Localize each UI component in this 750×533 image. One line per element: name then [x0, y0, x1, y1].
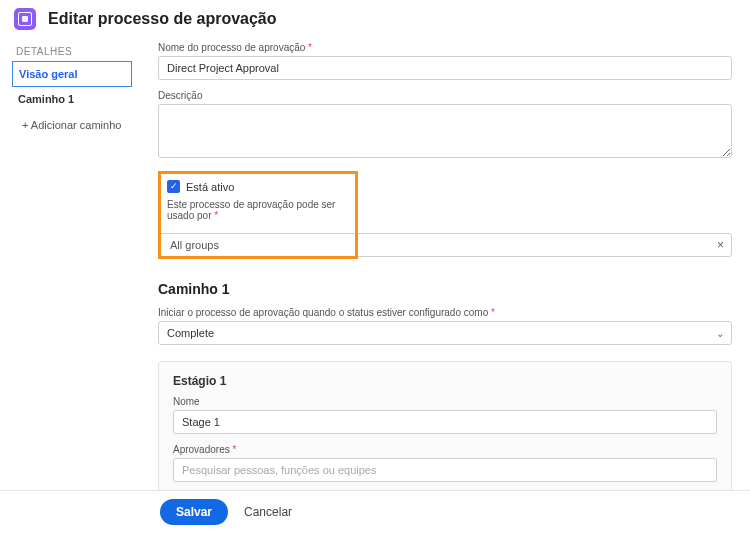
- highlight-active-section: ✓ Está ativo Este processo de aprovação …: [158, 171, 358, 259]
- field-description: Descrição: [158, 90, 732, 161]
- app-icon: [14, 8, 36, 30]
- main-content: Nome do processo de aprovação * Descriçã…: [132, 40, 738, 533]
- input-approver-search[interactable]: [173, 458, 717, 482]
- save-button[interactable]: Salvar: [160, 499, 228, 525]
- required-asterisk: *: [232, 444, 236, 455]
- select-start-status[interactable]: [158, 321, 732, 345]
- checkbox-active-row[interactable]: ✓ Está ativo: [167, 180, 349, 193]
- sidebar-item-path-1[interactable]: Caminho 1: [12, 87, 132, 111]
- label-used-by: Este processo de aprovação pode ser usad…: [167, 199, 349, 221]
- sidebar-item-overview[interactable]: Visão geral: [12, 61, 132, 87]
- label-text: Iniciar o processo de aprovação quando o…: [158, 307, 488, 318]
- required-asterisk: *: [308, 42, 312, 53]
- field-process-name: Nome do processo de aprovação *: [158, 42, 732, 80]
- field-start-status: Iniciar o processo de aprovação quando o…: [158, 307, 732, 345]
- checkbox-active-label: Está ativo: [186, 181, 234, 193]
- clear-groups-icon[interactable]: ×: [717, 238, 724, 252]
- sidebar-heading: DETALHES: [12, 40, 132, 61]
- label-start-status: Iniciar o processo de aprovação quando o…: [158, 307, 732, 318]
- required-asterisk: *: [491, 307, 495, 318]
- label-text: Nome do processo de aprovação: [158, 42, 305, 53]
- path-heading: Caminho 1: [158, 281, 732, 297]
- field-stage-name: Nome: [173, 396, 717, 434]
- checkbox-active[interactable]: ✓: [167, 180, 180, 193]
- footer-bar: Salvar Cancelar: [0, 490, 750, 533]
- label-text: Aprovadores: [173, 444, 230, 455]
- page-title: Editar processo de aprovação: [48, 10, 277, 28]
- label-process-name: Nome do processo de aprovação *: [158, 42, 732, 53]
- cancel-button[interactable]: Cancelar: [244, 505, 292, 519]
- field-approvers: Aprovadores *: [173, 444, 717, 482]
- page-header: Editar processo de aprovação: [0, 0, 750, 40]
- label-text: Este processo de aprovação pode ser usad…: [167, 199, 335, 221]
- stage-title: Estágio 1: [173, 374, 717, 388]
- label-description: Descrição: [158, 90, 732, 101]
- sidebar: DETALHES Visão geral Caminho 1 + Adicion…: [12, 40, 132, 533]
- input-description[interactable]: [158, 104, 732, 158]
- input-process-name[interactable]: [158, 56, 732, 80]
- input-stage-name[interactable]: [173, 410, 717, 434]
- label-stage-name: Nome: [173, 396, 717, 407]
- sidebar-add-path[interactable]: + Adicionar caminho: [12, 111, 132, 139]
- required-asterisk: *: [214, 210, 218, 221]
- label-approvers: Aprovadores *: [173, 444, 717, 455]
